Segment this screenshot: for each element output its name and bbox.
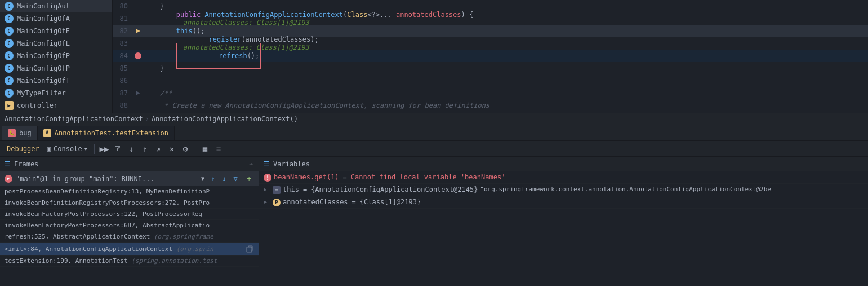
thread-nav: ↑ ↓ ▽ (208, 174, 241, 184)
file-icon-4: C (5, 51, 14, 60)
var-name-this: this (283, 186, 299, 193)
file-item-8[interactable]: ▶ controller (0, 99, 112, 112)
thread-status-icon: ▶ (5, 175, 12, 183)
thread-nav-down[interactable]: ↓ (219, 174, 229, 184)
evaluate-button[interactable]: ✕ (166, 143, 178, 155)
file-item-7[interactable]: C MyTypeFilter (0, 87, 112, 99)
file-sidebar: C MainConfigAut C MainConfigOfA C MainCo… (0, 0, 113, 113)
file-item-2[interactable]: C MainConfigOfE (0, 25, 112, 37)
tab-bar: 🐛 bug A AnnotationTest.testExtension (0, 125, 868, 141)
copy-icon-5[interactable] (245, 244, 254, 253)
tab-annotation-test[interactable]: A AnnotationTest.testExtension (38, 126, 175, 140)
var-this-icon: ≡ (273, 186, 281, 194)
variables-icon: ☰ (264, 160, 270, 168)
breadcrumb-part1: AnnotationConfigApplicationContext (5, 115, 143, 123)
stack-frame-0[interactable]: postProcessBeanDefinitionRegistry:13, My… (0, 186, 259, 197)
stack-frame-3[interactable]: invokeBeanFactoryPostProcessors:687, Abs… (0, 220, 259, 231)
line-num-81: 81 (115, 15, 135, 23)
var-item-beannames[interactable]: ! beanNames.get(1) = Cannot find local v… (259, 171, 868, 184)
frames-label: Frames (14, 160, 38, 168)
arrow-marker-82 (135, 28, 141, 34)
file-name-5: MainConfigOfP (17, 64, 70, 72)
line-num-84: 84 (115, 52, 135, 60)
toolbar-divider1 (94, 144, 95, 154)
bug-tab-icon: 🐛 (8, 129, 16, 137)
code-editor: 80 } 81 public AnnotationConfigApplicati… (113, 0, 868, 113)
file-item-0[interactable]: C MainConfigAut (0, 0, 112, 12)
var-eq-annotated: = (352, 198, 356, 206)
var-eq-this: = (303, 186, 307, 193)
code-content-85: } (144, 64, 868, 72)
line-num-82: 82 (115, 27, 135, 35)
variables-panel-title: ☰ Variables (264, 160, 310, 168)
add-thread-button[interactable]: + (244, 174, 254, 184)
frames-panel-header: ☰ Frames → (0, 157, 259, 171)
toolbar-divider2 (195, 144, 195, 154)
stack-frame-4[interactable]: refresh:525, AbstractApplicationContext … (0, 231, 259, 243)
resume-button[interactable]: ▶▶ (98, 143, 110, 155)
code-line-87: 87 /** (113, 87, 868, 99)
tab-bug[interactable]: 🐛 bug (2, 126, 38, 140)
thread-selector[interactable]: ▶ "main"@1 in group "main": RUNNI... ▼ ↑… (0, 171, 259, 186)
var-value-beannames: Cannot find local variable 'beanNames' (351, 173, 863, 181)
thread-nav-filter[interactable]: ▽ (230, 174, 241, 184)
var-item-this[interactable]: ▶ ≡ this = {AnnotationConfigApplicationC… (259, 184, 868, 196)
line-num-86: 86 (115, 77, 135, 85)
debugger-toolbar: Debugger ▣ Console ▼ ▶▶ ↓ ↑ ↗ ✕ ⚙ ▦ ≡ (0, 141, 868, 157)
frame-text-3: invokeBeanFactoryPostProcessors:687, Abs… (5, 222, 254, 229)
file-item-5[interactable]: C MainConfigOfP (0, 62, 112, 74)
file-name-2: MainConfigOfE (17, 27, 70, 35)
code-content-88: * Create a new AnnotationConfigApplicati… (144, 102, 868, 109)
stack-frame-6[interactable]: testExtension:199, AnnotationTest (sprin… (0, 256, 259, 267)
code-line-81: 81 public AnnotationConfigApplicationCon… (113, 12, 868, 25)
frames-icon: ☰ (5, 160, 11, 168)
variables-panel-header: ☰ Variables (259, 157, 868, 171)
frame-text-1: invokeBeanDefinitionRegistryPostProcesso… (5, 199, 254, 206)
frames-panel-title: ☰ Frames (5, 160, 38, 168)
stack-frame-1[interactable]: invokeBeanDefinitionRegistryPostProcesso… (0, 197, 259, 209)
tab-annotation-label: AnnotationTest.testExtension (55, 129, 168, 137)
frame-text-0: postProcessBeanDefinitionRegistry:13, My… (5, 188, 254, 195)
step-over-button[interactable] (112, 143, 124, 155)
console-text: Console (54, 145, 82, 153)
stack-frame-2[interactable]: invokeBeanFactoryPostProcessors:122, Pos… (0, 209, 259, 220)
frame-text-4: refresh:525, AbstractApplicationContext … (5, 233, 254, 240)
threads-button[interactable]: ≡ (212, 143, 225, 155)
frame-text-2: invokeBeanFactoryPostProcessors:122, Pos… (5, 210, 254, 218)
thread-label: "main"@1 in group "main": RUNNI... (16, 175, 198, 183)
frames-pin-button[interactable]: → (248, 159, 254, 169)
settings-button[interactable]: ⚙ (179, 143, 192, 155)
var-value-this: {AnnotationConfigApplicationContext@2145… (311, 186, 478, 193)
svg-marker-0 (136, 29, 140, 33)
frame-text-5: <init>:84, AnnotationConfigApplicationCo… (5, 245, 243, 253)
var-expand-this: ▶ (264, 186, 270, 192)
file-icon-0: C (5, 2, 14, 11)
editor-area: C MainConfigAut C MainConfigOfA C MainCo… (0, 0, 868, 113)
debugger-label[interactable]: Debugger (3, 145, 43, 153)
file-name-6: MainConfigOfT (17, 77, 70, 85)
step-out-button[interactable]: ↑ (139, 143, 151, 155)
console-icon: ▣ (47, 145, 51, 153)
line-num-88: 88 (115, 102, 135, 109)
file-item-4[interactable]: C MainConfigOfP (0, 50, 112, 62)
file-icon-6: C (5, 76, 14, 85)
file-item-3[interactable]: C MainConfigOfL (0, 37, 112, 50)
file-name-8: controller (17, 102, 57, 109)
file-icon-2: C (5, 27, 14, 36)
stack-frame-5[interactable]: <init>:84, AnnotationConfigApplicationCo… (0, 243, 259, 256)
line-num-87: 87 (115, 89, 135, 97)
breadcrumb-sep: › (145, 115, 149, 123)
file-item-6[interactable]: C MainConfigOfT (0, 74, 112, 87)
thread-nav-up[interactable]: ↑ (208, 174, 218, 184)
memory-button[interactable]: ▦ (199, 143, 211, 155)
tab-bug-label: bug (19, 129, 32, 137)
code-line-88: 88 * Create a new AnnotationConfigApplic… (113, 99, 868, 112)
file-icon-3: C (5, 39, 14, 48)
var-item-annotated[interactable]: ▶ P annotatedClasses = {Class[1]@2193} (259, 196, 868, 209)
var-name-beannames: beanNames.get(1) (274, 173, 339, 181)
console-label[interactable]: ▣ Console ▼ (44, 145, 91, 153)
breadcrumb-bar: AnnotationConfigApplicationContext › Ann… (0, 113, 868, 125)
step-into-button[interactable]: ↓ (125, 143, 137, 155)
file-item-1[interactable]: C MainConfigOfA (0, 12, 112, 25)
run-to-cursor-button[interactable]: ↗ (152, 143, 164, 155)
